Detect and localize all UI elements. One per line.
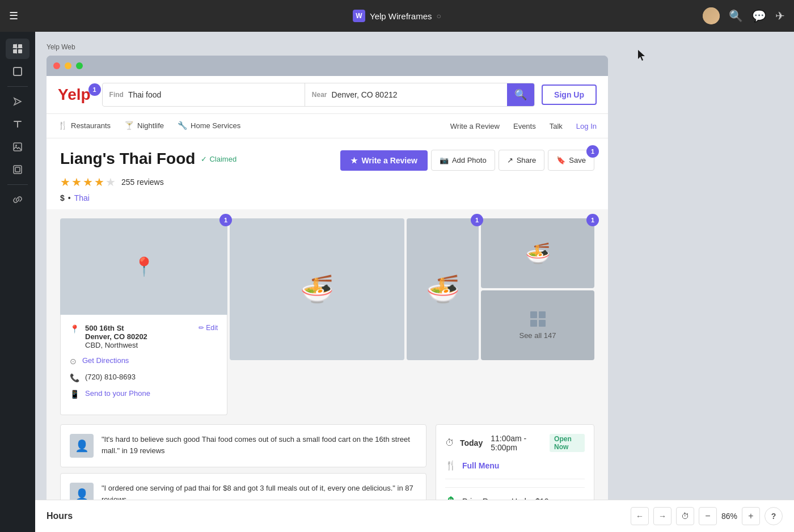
signup-button[interactable]: Sign Up [542,85,597,105]
send-phone-row: 📱 Send to your Phone [70,389,218,399]
zoom-out-button[interactable]: − [699,507,717,525]
photo-middle-wrapper: 1 🍜 [407,218,479,415]
nav-home-services[interactable]: 🔧 Home Services [178,114,240,138]
menu-row: 🍴 Full Menu [445,460,585,479]
sidebar-tool-text[interactable] [6,114,29,134]
messages-icon[interactable]: 💬 [752,9,766,23]
add-photo-label: Add Photo [452,156,487,164]
browser-frame: Yelp 1 Find Thai food Near Denver, CO 80… [47,56,608,532]
map-info-panel: 1 📍 📍 500 16th St Denver, CO 80202 [60,218,227,415]
browser-chrome [47,56,608,76]
sidebar-tool-component[interactable] [6,159,29,180]
frame-label: Yelp Web [47,43,783,51]
find-field[interactable]: Find Thai food [103,83,305,106]
star-icon: ★ [350,156,358,165]
help-button[interactable]: ? [765,507,783,525]
forward-button[interactable]: → [653,507,671,525]
business-header-section: Liang's Thai Food ✓ Claimed ★ Write a Re… [47,138,608,209]
action-buttons: ★ Write a Review 📷 Add Photo ↗ Share [340,150,594,171]
category-link[interactable]: Thai [74,193,90,202]
edit-link[interactable]: ✏ Edit [198,324,218,332]
star-4: ★ [94,175,104,189]
photos-info-row: 1 📍 📍 500 16th St Denver, CO 80202 [47,209,608,415]
svg-rect-5 [12,47,23,48]
sidebar-tool-frames[interactable] [6,39,29,59]
photo-right-badge: 1 [586,214,599,226]
hours-today-row: ⏱ Today 11:00am - 5:00pm Open Now [445,434,585,452]
share-button[interactable]: ↗ Share [499,150,545,171]
svg-rect-3 [18,49,22,53]
app-title: Yelp Wireframes [370,11,432,21]
nightlife-icon: 🍸 [124,121,134,130]
send-icon[interactable]: ✈ [775,9,785,23]
app-icon: W [353,10,365,22]
star-1: ★ [60,175,70,189]
sidebar-tool-image[interactable] [6,137,29,157]
photo-middle[interactable]: 🍜 [407,218,479,360]
yelp-header: Yelp 1 Find Thai food Near Denver, CO 80… [47,76,608,114]
cloud-icon: ○ [437,11,441,20]
write-review-button[interactable]: ★ Write a Review [340,150,428,171]
user-avatar[interactable] [703,7,720,24]
sidebar-tool-arrow[interactable] [6,91,29,112]
map-placeholder: 1 📍 [60,218,227,315]
sidebar-tool-link[interactable] [6,189,29,210]
review-text-1: "It's hard to believe such good Thai foo… [102,434,417,458]
food-bowl-icon-3: 🍜 [525,242,551,265]
sidebar-tool-select[interactable] [6,61,29,82]
photo-right-top[interactable]: 🍜 [481,218,594,288]
hamburger-icon[interactable]: ☰ [9,10,18,22]
directions-icon: ⊙ [70,357,77,366]
toolbar-left: ☰ [9,10,18,22]
mobile-icon: 📱 [70,390,79,399]
near-field[interactable]: Near Denver, CO 80212 [305,83,507,106]
reviewer-avatar-1: 👤 [70,434,94,458]
address-content: 500 16th St Denver, CO 80202 CBD, Northw… [85,324,218,349]
person-icon-1: 👤 [75,439,89,453]
phone-number: (720) 810-8693 [85,373,218,381]
today-label: Today [460,438,483,447]
see-all-label: See all 147 [519,331,556,340]
map-pin-icon: 📍 [133,256,155,277]
browser-dot-green [76,62,83,69]
nav-nightlife[interactable]: 🍸 Nightlife [124,114,164,138]
nav-events[interactable]: Events [513,122,536,130]
get-directions-link[interactable]: Get Directions [82,356,129,365]
back-button[interactable]: ← [631,507,649,525]
svg-rect-6 [14,67,22,75]
hours-time: 11:00am - 5:00pm [491,434,540,452]
photos-strip: 🍜 1 🍜 1 [230,218,594,415]
browser-dot-red [53,62,60,69]
find-label: Find [109,91,124,99]
food-bowl-icon-1: 🍜 [300,273,334,305]
photo-main[interactable]: 🍜 [230,218,404,360]
left-sidebar [0,32,35,532]
toolbar-right: 🔍 💬 ✈ [703,7,785,24]
add-photo-button[interactable]: 📷 Add Photo [431,150,495,171]
clock-icon: ⏱ [445,438,454,448]
full-menu-link[interactable]: Full Menu [462,461,499,470]
address-text: 500 16th St Denver, CO 80202 CBD, Northw… [85,324,147,349]
main-area: Yelp Web Yelp 1 Find [0,32,794,532]
photo-middle-badge: 1 [471,214,483,226]
rating-row: ★ ★ ★ ★ ★ 255 reviews [60,175,594,189]
history-button[interactable]: ⏱ [676,507,694,525]
yelp-nav: 🍴 Restaurants 🍸 Nightlife 🔧 Home Service… [47,114,608,138]
search-icon[interactable]: 🔍 [729,9,743,23]
photo-right-area: 1 🍜 See all [481,218,594,415]
send-to-phone-link[interactable]: Send to your Phone [85,389,150,398]
sidebar-divider-1 [7,86,28,87]
price: $ [60,193,65,202]
zoom-in-button[interactable]: + [742,507,760,525]
nav-login[interactable]: Log In [576,122,597,130]
phone-icon: 📞 [70,373,79,382]
star-5: ★ [105,175,116,189]
nav-talk[interactable]: Talk [550,122,563,130]
search-button[interactable]: 🔍 [507,83,534,106]
stars: ★ ★ ★ ★ ★ [60,175,116,189]
svg-rect-10 [15,167,20,172]
nav-restaurants[interactable]: 🍴 Restaurants [58,114,111,138]
nav-write-review[interactable]: Write a Review [450,122,500,130]
see-all-photos[interactable]: See all 147 [481,290,594,360]
save-label: Save [569,156,586,164]
